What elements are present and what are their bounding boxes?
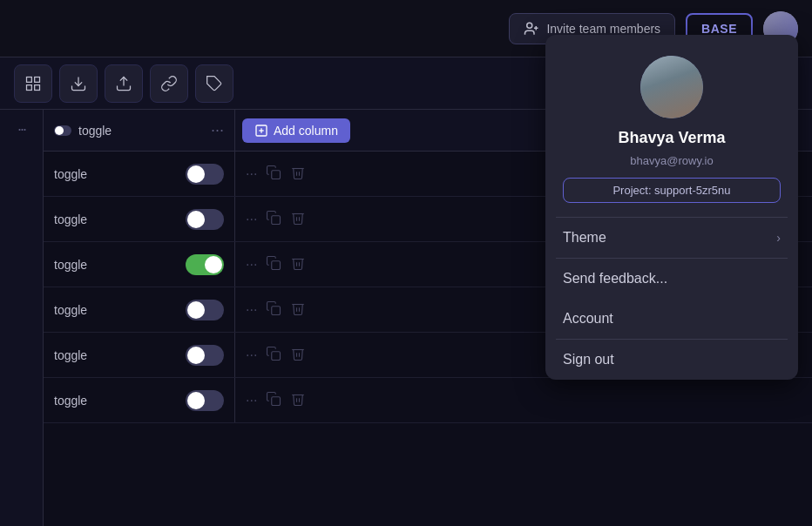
row-label-cell: toggle <box>44 197 235 241</box>
toggle-knob <box>187 392 205 409</box>
toggle-switch-on[interactable]: ✓ <box>186 254 224 275</box>
feedback-label: Send feedback... <box>563 271 667 287</box>
invite-label: Invite team members <box>546 22 660 36</box>
row-label-cell: toggle <box>44 152 235 196</box>
svg-rect-4 <box>35 77 40 82</box>
toggle-switch[interactable] <box>186 209 224 230</box>
column-options-button[interactable]: ··· <box>211 121 224 139</box>
upload-icon[interactable] <box>105 64 143 103</box>
duplicate-icon[interactable] <box>266 391 281 410</box>
toggle-check-icon: ✓ <box>212 259 220 271</box>
row-label: toggle <box>54 348 87 362</box>
row-label-cell: toggle <box>44 287 235 332</box>
profile-email: bhavya@rowy.io <box>630 154 713 167</box>
user-dropdown: Bhavya Verma bhavya@rowy.io Project: sup… <box>545 35 798 380</box>
signout-label: Sign out <box>563 352 614 368</box>
theme-label: Theme <box>563 230 606 246</box>
row-label-cell: toggle ✓ <box>44 242 235 287</box>
row-dots[interactable]: ··· <box>246 302 257 318</box>
row-dots[interactable]: ··· <box>246 212 257 227</box>
profile-avatar <box>640 56 703 118</box>
row-menu-dots[interactable]: ··· <box>17 120 25 138</box>
svg-rect-20 <box>272 396 281 405</box>
delete-icon[interactable] <box>290 255 306 274</box>
account-menu-item[interactable]: Account <box>545 299 798 339</box>
row-actions: ··· <box>235 300 316 320</box>
row-label: toggle <box>54 303 87 317</box>
row-actions: ··· <box>235 346 316 365</box>
account-label: Account <box>563 311 613 327</box>
row-actions: ··· <box>235 391 316 410</box>
row-label: toggle <box>54 258 87 272</box>
grid-icon[interactable] <box>14 64 52 103</box>
signout-menu-item[interactable]: Sign out <box>545 340 798 380</box>
add-column-button[interactable]: Add column <box>242 118 350 143</box>
row-label: toggle <box>54 394 87 408</box>
row-dots[interactable]: ··· <box>246 257 257 273</box>
toggle-switch[interactable] <box>186 345 224 366</box>
toggle-knob <box>187 301 205 319</box>
row-actions: ··· <box>235 255 316 274</box>
toggle-switch[interactable] <box>186 164 224 185</box>
toggle-knob <box>187 165 205 183</box>
row-label: toggle <box>54 212 87 226</box>
svg-rect-15 <box>272 170 281 179</box>
chevron-right-icon: › <box>776 231 781 245</box>
left-sidebar: ··· <box>0 110 44 526</box>
svg-rect-6 <box>35 84 40 90</box>
duplicate-icon[interactable] <box>266 165 281 184</box>
invite-icon <box>524 21 539 37</box>
webhook-icon[interactable] <box>150 64 188 103</box>
toggle-column-icon <box>54 125 71 137</box>
duplicate-icon[interactable] <box>266 210 281 229</box>
column-label: toggle <box>54 124 112 138</box>
base-label: BASE <box>701 22 737 36</box>
svg-point-11 <box>55 126 64 135</box>
toggle-switch[interactable] <box>186 390 224 411</box>
column-header: toggle ··· <box>44 110 235 151</box>
delete-icon[interactable] <box>290 300 306 320</box>
download-icon[interactable] <box>59 64 98 103</box>
delete-icon[interactable] <box>290 346 306 365</box>
delete-icon[interactable] <box>290 165 306 184</box>
svg-rect-17 <box>272 260 281 269</box>
svg-rect-16 <box>272 215 281 224</box>
toggle-knob <box>187 211 205 228</box>
row-label-cell: toggle <box>44 333 235 377</box>
duplicate-icon[interactable] <box>266 255 281 274</box>
row-actions: ··· <box>235 165 316 184</box>
svg-rect-3 <box>27 77 32 82</box>
avatar-image <box>640 56 703 118</box>
profile-section: Bhavya Verma bhavya@rowy.io Project: sup… <box>545 35 798 217</box>
profile-name: Bhavya Verma <box>618 129 725 147</box>
theme-menu-item[interactable]: Theme › <box>545 218 798 258</box>
column-header-label: toggle <box>78 124 112 138</box>
add-column-icon <box>254 124 268 138</box>
row-label: toggle <box>54 167 87 181</box>
svg-rect-19 <box>272 351 281 360</box>
extensions-icon[interactable] <box>195 64 233 103</box>
row-actions: ··· <box>235 210 316 229</box>
duplicate-icon[interactable] <box>266 300 281 320</box>
feedback-menu-item[interactable]: Send feedback... <box>545 259 798 299</box>
project-badge[interactable]: Project: support-5zr5nu <box>563 178 781 203</box>
row-dots[interactable]: ··· <box>246 166 257 182</box>
delete-icon[interactable] <box>290 210 306 229</box>
svg-rect-18 <box>272 306 281 314</box>
duplicate-icon[interactable] <box>266 346 281 365</box>
svg-point-0 <box>527 23 532 28</box>
toggle-knob <box>187 347 205 364</box>
toggle-switch[interactable] <box>186 300 224 320</box>
table-row: toggle ··· <box>44 378 812 423</box>
row-label-cell: toggle <box>44 378 235 422</box>
svg-rect-5 <box>27 84 32 90</box>
row-dots[interactable]: ··· <box>246 347 257 363</box>
add-column-label: Add column <box>274 124 338 138</box>
row-dots[interactable]: ··· <box>246 393 257 408</box>
delete-icon[interactable] <box>290 391 306 410</box>
